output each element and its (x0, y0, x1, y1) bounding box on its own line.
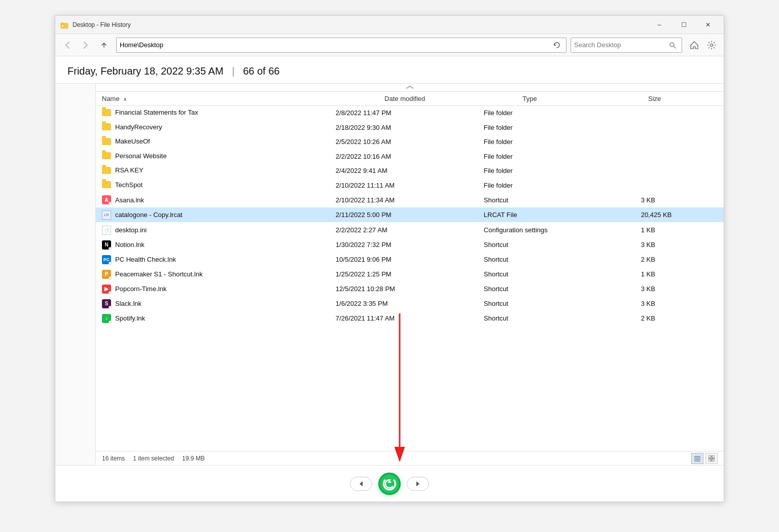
file-name-cell: P↗ Peacemaker S1 - Shortcut.lnk (96, 267, 330, 281)
status-bar-right (691, 453, 718, 464)
table-row[interactable]: TechSpot 2/10/2022 11:11 AM File folder (96, 178, 724, 193)
next-button[interactable] (407, 477, 429, 491)
file-name: catalogone - Copy.lrcat (115, 211, 183, 219)
file-icon-name: P↗ Peacemaker S1 - Shortcut.lnk (102, 270, 203, 279)
table-row[interactable]: PC↗ PC Health Check.lnk 10/5/2021 9:06 P… (96, 252, 724, 267)
file-list-scroll[interactable]: Financial Statements for Tax 2/8/2022 11… (96, 106, 724, 451)
window-title: Desktop - File History (73, 21, 648, 28)
folder-icon (102, 152, 111, 159)
file-name-cell: 📄 desktop.ini (96, 222, 330, 237)
address-input[interactable] (120, 41, 551, 49)
file-size-cell: 2 KB (635, 252, 724, 267)
file-type-cell: File folder (478, 149, 635, 164)
file-type-cell: File folder (478, 135, 635, 150)
file-name-cell: S↗ Slack.lnk (96, 296, 330, 311)
table-row[interactable]: RSA KEY 2/4/2022 9:41 AM File folder (96, 164, 724, 179)
prev-button[interactable] (350, 477, 372, 491)
file-size-cell: 1 KB (635, 222, 724, 237)
file-name: Popcorn-Time.lnk (115, 285, 166, 293)
file-size-cell: 1 KB (635, 267, 724, 281)
notion-icon: N↗ (102, 240, 111, 250)
spotify-icon: ♪↗ (102, 314, 111, 323)
table-row[interactable]: ▶↗ Popcorn-Time.lnk 12/5/2021 10:28 PM S… (96, 281, 724, 296)
close-button[interactable]: ✕ (696, 16, 720, 34)
file-name: TechSpot (115, 181, 143, 189)
file-type-cell: Shortcut (478, 193, 635, 207)
file-type-cell: LRCAT File (478, 207, 635, 223)
file-size-cell (635, 120, 724, 135)
file-icon-name: MakeUseOf (102, 137, 150, 145)
col-name[interactable]: Name ∧ (96, 92, 378, 106)
file-date-cell: 1/25/2022 1:25 PM (330, 267, 478, 281)
table-row[interactable]: HandyRecovery 2/18/2022 9:30 AM File fol… (96, 120, 724, 135)
file-type-cell: File folder (478, 106, 635, 120)
file-type-cell: Shortcut (478, 281, 635, 296)
address-bar[interactable] (116, 38, 566, 53)
grid-view-button[interactable] (705, 453, 718, 464)
file-icon-name: A↗ Asana.lnk (102, 195, 144, 204)
file-name-cell: TechSpot (96, 178, 330, 193)
table-row[interactable]: Financial Statements for Tax 2/8/2022 11… (96, 106, 724, 120)
table-row[interactable]: Personal Website 2/2/2022 10:16 AM File … (96, 149, 724, 164)
col-type[interactable]: Type (516, 92, 642, 106)
title-bar: Desktop - File History – ☐ ✕ (55, 16, 724, 34)
file-date-cell: 2/4/2022 9:41 AM (330, 164, 478, 179)
back-button[interactable] (59, 37, 76, 53)
table-row[interactable]: P↗ Peacemaker S1 - Shortcut.lnk 1/25/202… (96, 267, 724, 281)
search-bar[interactable] (571, 38, 682, 53)
file-icon-name: Personal Website (102, 152, 167, 160)
search-input[interactable] (574, 41, 666, 49)
ini-icon: 📄 (102, 226, 111, 235)
file-date-cell: 12/5/2021 10:28 PM (330, 281, 478, 296)
forward-button[interactable] (78, 37, 94, 53)
table-row[interactable]: A↗ Asana.lnk 2/10/2022 11:34 AM Shortcut… (96, 193, 724, 207)
svg-marker-15 (360, 481, 363, 486)
col-date[interactable]: Date modified (378, 92, 516, 106)
file-size-cell: 3 KB (635, 296, 724, 311)
file-name-cell: Financial Statements for Tax (96, 106, 330, 120)
table-row[interactable]: 📄 desktop.ini 2/2/2022 2:27 AM Configura… (96, 222, 724, 237)
file-name: Financial Statements for Tax (115, 109, 198, 116)
file-size-cell: 3 KB (635, 281, 724, 296)
file-date-cell: 2/2/2022 2:27 AM (330, 222, 478, 237)
table-row[interactable]: LR catalogone - Copy.lrcat 2/11/2022 5:0… (96, 207, 724, 223)
refresh-button[interactable] (551, 39, 563, 51)
table-row[interactable]: S↗ Slack.lnk 1/6/2022 3:35 PM Shortcut 3… (96, 296, 724, 311)
maximize-button[interactable]: ☐ (672, 16, 695, 34)
svg-rect-2 (62, 25, 63, 27)
search-icon[interactable] (666, 39, 679, 51)
file-date-cell: 2/10/2022 11:34 AM (330, 193, 478, 207)
file-name: desktop.ini (115, 226, 147, 234)
file-name: Slack.lnk (115, 300, 141, 307)
window-controls: – ☐ ✕ (648, 16, 720, 34)
file-size-cell (635, 178, 724, 193)
file-date-cell: 2/2/2022 10:16 AM (330, 149, 478, 164)
slack-icon: S↗ (102, 299, 111, 308)
home-button[interactable] (686, 37, 702, 53)
file-icon-name: S↗ Slack.lnk (102, 299, 141, 308)
file-date-cell: 2/11/2022 5:00 PM (330, 207, 478, 223)
file-type-cell: Shortcut (478, 237, 635, 252)
file-list-container: Name ∧ Date modified Type Size (96, 84, 724, 465)
file-icon-name: Financial Statements for Tax (102, 109, 198, 116)
table-row[interactable]: ♪↗ Spotify.lnk 7/26/2021 11:47 AM Shortc… (96, 311, 724, 326)
table-row[interactable]: N↗ Notion.lnk 1/30/2022 7:32 PM Shortcut… (96, 237, 724, 252)
restore-button[interactable] (378, 473, 401, 495)
date-text: Friday, February 18, 2022 9:35 AM (67, 65, 224, 77)
table-row[interactable]: MakeUseOf 2/5/2022 10:26 AM File folder (96, 135, 724, 150)
list-view-button[interactable] (691, 453, 703, 464)
settings-button[interactable] (703, 37, 720, 53)
file-size-cell (635, 164, 724, 179)
minimize-button[interactable]: – (648, 16, 671, 34)
col-size[interactable]: Size (642, 92, 724, 106)
file-icon-name: RSA KEY (102, 166, 144, 174)
folder-icon (102, 109, 111, 116)
folder-icon (102, 181, 111, 188)
sort-icon: ∧ (123, 96, 127, 102)
file-type-cell: Configuration settings (478, 222, 635, 237)
file-icon-name: ▶↗ Popcorn-Time.lnk (102, 285, 166, 294)
file-name: Asana.lnk (115, 196, 144, 204)
file-date-cell: 1/30/2022 7:32 PM (330, 237, 478, 252)
up-button[interactable] (96, 37, 112, 53)
lrcat-icon: LR (102, 210, 111, 220)
